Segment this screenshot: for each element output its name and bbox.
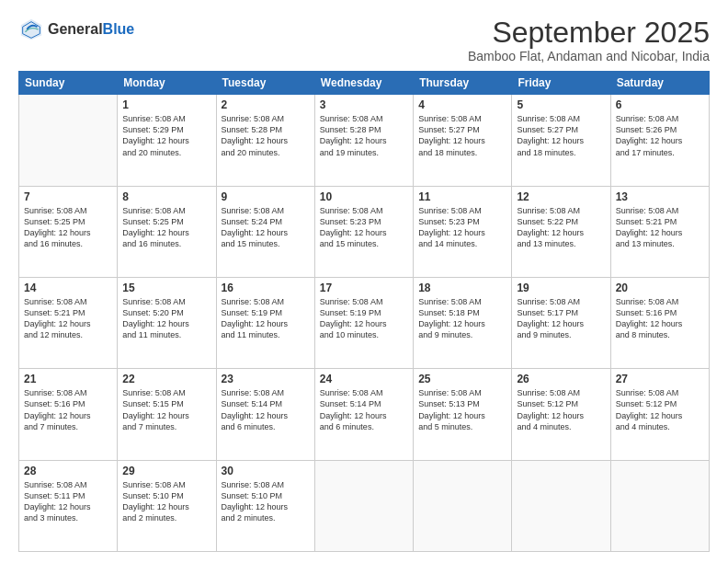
day-number: 23 <box>222 373 310 385</box>
calendar-week-row: 21Sunrise: 5:08 AM Sunset: 5:16 PM Dayli… <box>19 369 710 460</box>
day-number: 9 <box>222 190 310 203</box>
table-row: 28Sunrise: 5:08 AM Sunset: 5:11 PM Dayli… <box>19 460 118 551</box>
day-info: Sunrise: 5:08 AM Sunset: 5:16 PM Dayligh… <box>616 296 704 341</box>
day-info: Sunrise: 5:08 AM Sunset: 5:22 PM Dayligh… <box>517 205 605 250</box>
day-info: Sunrise: 5:08 AM Sunset: 5:24 PM Dayligh… <box>222 205 310 250</box>
day-info: Sunrise: 5:08 AM Sunset: 5:17 PM Dayligh… <box>517 296 605 341</box>
table-row: 8Sunrise: 5:08 AM Sunset: 5:25 PM Daylig… <box>118 186 216 277</box>
day-info: Sunrise: 5:08 AM Sunset: 5:26 PM Dayligh… <box>616 113 704 158</box>
table-row: 16Sunrise: 5:08 AM Sunset: 5:19 PM Dayli… <box>216 277 314 368</box>
table-row: 30Sunrise: 5:08 AM Sunset: 5:10 PM Dayli… <box>216 460 314 551</box>
day-info: Sunrise: 5:08 AM Sunset: 5:25 PM Dayligh… <box>24 205 112 250</box>
table-row: 26Sunrise: 5:08 AM Sunset: 5:12 PM Dayli… <box>512 369 610 460</box>
day-number: 13 <box>616 190 704 203</box>
day-number: 26 <box>517 373 605 385</box>
col-thursday: Thursday <box>414 72 512 95</box>
day-info: Sunrise: 5:08 AM Sunset: 5:13 PM Dayligh… <box>418 387 506 432</box>
table-row: 2Sunrise: 5:08 AM Sunset: 5:28 PM Daylig… <box>216 95 314 186</box>
calendar-week-row: 14Sunrise: 5:08 AM Sunset: 5:21 PM Dayli… <box>19 277 710 368</box>
day-number: 22 <box>122 373 210 385</box>
day-info: Sunrise: 5:08 AM Sunset: 5:28 PM Dayligh… <box>320 113 408 158</box>
day-info: Sunrise: 5:08 AM Sunset: 5:15 PM Dayligh… <box>122 387 210 432</box>
table-row: 5Sunrise: 5:08 AM Sunset: 5:27 PM Daylig… <box>512 95 610 186</box>
day-number: 1 <box>122 98 210 111</box>
table-row: 18Sunrise: 5:08 AM Sunset: 5:18 PM Dayli… <box>414 277 512 368</box>
day-info: Sunrise: 5:08 AM Sunset: 5:23 PM Dayligh… <box>418 205 506 250</box>
table-row: 14Sunrise: 5:08 AM Sunset: 5:21 PM Dayli… <box>19 277 118 368</box>
day-info: Sunrise: 5:08 AM Sunset: 5:12 PM Dayligh… <box>517 387 605 432</box>
table-row <box>314 460 413 551</box>
table-row <box>512 460 610 551</box>
day-info: Sunrise: 5:08 AM Sunset: 5:14 PM Dayligh… <box>222 387 310 432</box>
day-number: 30 <box>222 465 310 477</box>
calendar-week-row: 1Sunrise: 5:08 AM Sunset: 5:29 PM Daylig… <box>19 95 710 186</box>
calendar-week-row: 28Sunrise: 5:08 AM Sunset: 5:11 PM Dayli… <box>19 460 710 551</box>
day-number: 21 <box>24 373 112 385</box>
day-info: Sunrise: 5:08 AM Sunset: 5:23 PM Dayligh… <box>320 205 408 250</box>
table-row <box>414 460 512 551</box>
day-info: Sunrise: 5:08 AM Sunset: 5:27 PM Dayligh… <box>418 113 506 158</box>
logo-text: General Blue <box>48 21 134 38</box>
col-sunday: Sunday <box>19 72 118 95</box>
table-row: 9Sunrise: 5:08 AM Sunset: 5:24 PM Daylig… <box>216 186 314 277</box>
logo-icon <box>18 17 44 42</box>
day-info: Sunrise: 5:08 AM Sunset: 5:21 PM Dayligh… <box>616 205 704 250</box>
day-info: Sunrise: 5:08 AM Sunset: 5:18 PM Dayligh… <box>418 296 506 341</box>
day-number: 2 <box>222 98 310 111</box>
day-number: 17 <box>320 282 408 294</box>
day-number: 19 <box>517 282 605 294</box>
day-info: Sunrise: 5:08 AM Sunset: 5:19 PM Dayligh… <box>320 296 408 341</box>
col-saturday: Saturday <box>610 72 709 95</box>
location-subtitle: Bamboo Flat, Andaman and Nicobar, India <box>468 49 710 63</box>
table-row: 4Sunrise: 5:08 AM Sunset: 5:27 PM Daylig… <box>414 95 512 186</box>
table-row: 20Sunrise: 5:08 AM Sunset: 5:16 PM Dayli… <box>610 277 709 368</box>
day-info: Sunrise: 5:08 AM Sunset: 5:27 PM Dayligh… <box>517 113 605 158</box>
day-number: 3 <box>320 98 408 111</box>
day-info: Sunrise: 5:08 AM Sunset: 5:12 PM Dayligh… <box>616 387 704 432</box>
day-info: Sunrise: 5:08 AM Sunset: 5:28 PM Dayligh… <box>222 113 310 158</box>
table-row: 21Sunrise: 5:08 AM Sunset: 5:16 PM Dayli… <box>19 369 118 460</box>
table-row: 3Sunrise: 5:08 AM Sunset: 5:28 PM Daylig… <box>314 95 413 186</box>
table-row: 24Sunrise: 5:08 AM Sunset: 5:14 PM Dayli… <box>314 369 413 460</box>
day-number: 16 <box>222 282 310 294</box>
day-info: Sunrise: 5:08 AM Sunset: 5:21 PM Dayligh… <box>24 296 112 341</box>
col-monday: Monday <box>118 72 216 95</box>
table-row: 27Sunrise: 5:08 AM Sunset: 5:12 PM Dayli… <box>610 369 709 460</box>
day-info: Sunrise: 5:08 AM Sunset: 5:14 PM Dayligh… <box>320 387 408 432</box>
calendar-header-row: Sunday Monday Tuesday Wednesday Thursday… <box>19 72 710 95</box>
day-info: Sunrise: 5:08 AM Sunset: 5:11 PM Dayligh… <box>24 479 112 524</box>
table-row: 15Sunrise: 5:08 AM Sunset: 5:20 PM Dayli… <box>118 277 216 368</box>
col-wednesday: Wednesday <box>314 72 413 95</box>
title-block: September 2025 Bamboo Flat, Andaman and … <box>468 17 710 63</box>
day-info: Sunrise: 5:08 AM Sunset: 5:10 PM Dayligh… <box>122 479 210 524</box>
day-number: 28 <box>24 465 112 477</box>
table-row <box>610 460 709 551</box>
table-row: 11Sunrise: 5:08 AM Sunset: 5:23 PM Dayli… <box>414 186 512 277</box>
day-number: 18 <box>418 282 506 294</box>
day-number: 29 <box>122 465 210 477</box>
day-info: Sunrise: 5:08 AM Sunset: 5:25 PM Dayligh… <box>122 205 210 250</box>
table-row: 6Sunrise: 5:08 AM Sunset: 5:26 PM Daylig… <box>610 95 709 186</box>
page: General Blue September 2025 Bamboo Flat,… <box>0 0 728 563</box>
table-row: 23Sunrise: 5:08 AM Sunset: 5:14 PM Dayli… <box>216 369 314 460</box>
day-number: 25 <box>418 373 506 385</box>
header: General Blue September 2025 Bamboo Flat,… <box>18 17 710 63</box>
table-row: 25Sunrise: 5:08 AM Sunset: 5:13 PM Dayli… <box>414 369 512 460</box>
day-number: 24 <box>320 373 408 385</box>
day-number: 14 <box>24 282 112 294</box>
day-number: 5 <box>517 98 605 111</box>
day-info: Sunrise: 5:08 AM Sunset: 5:20 PM Dayligh… <box>122 296 210 341</box>
day-info: Sunrise: 5:08 AM Sunset: 5:16 PM Dayligh… <box>24 387 112 432</box>
month-title: September 2025 <box>468 17 710 49</box>
day-number: 6 <box>616 98 704 111</box>
day-number: 8 <box>122 190 210 203</box>
calendar-week-row: 7Sunrise: 5:08 AM Sunset: 5:25 PM Daylig… <box>19 186 710 277</box>
day-number: 20 <box>616 282 704 294</box>
day-info: Sunrise: 5:08 AM Sunset: 5:29 PM Dayligh… <box>122 113 210 158</box>
table-row: 17Sunrise: 5:08 AM Sunset: 5:19 PM Dayli… <box>314 277 413 368</box>
day-number: 11 <box>418 190 506 203</box>
table-row: 7Sunrise: 5:08 AM Sunset: 5:25 PM Daylig… <box>19 186 118 277</box>
table-row: 13Sunrise: 5:08 AM Sunset: 5:21 PM Dayli… <box>610 186 709 277</box>
svg-marker-0 <box>21 19 41 40</box>
col-friday: Friday <box>512 72 610 95</box>
